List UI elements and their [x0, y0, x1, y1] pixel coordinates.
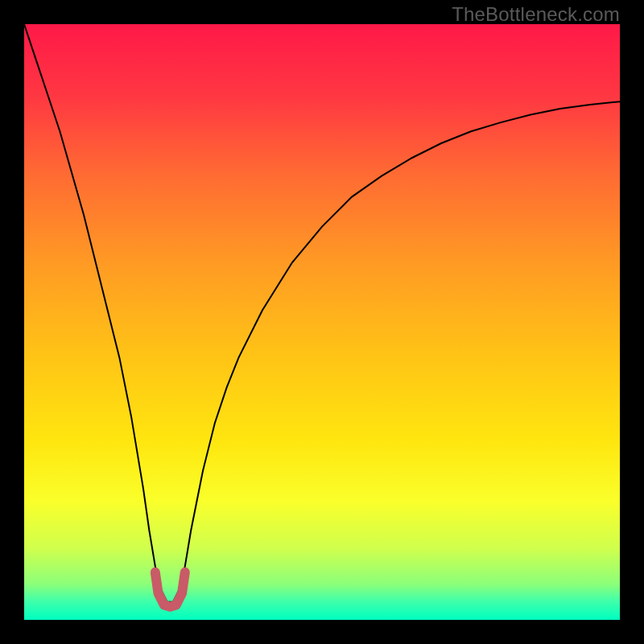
- bottleneck-curve: [24, 24, 620, 602]
- chart-container: TheBottleneck.com: [0, 0, 644, 644]
- watermark-text: TheBottleneck.com: [452, 3, 620, 26]
- curve-layer: [24, 24, 620, 620]
- plot-area: [24, 24, 620, 620]
